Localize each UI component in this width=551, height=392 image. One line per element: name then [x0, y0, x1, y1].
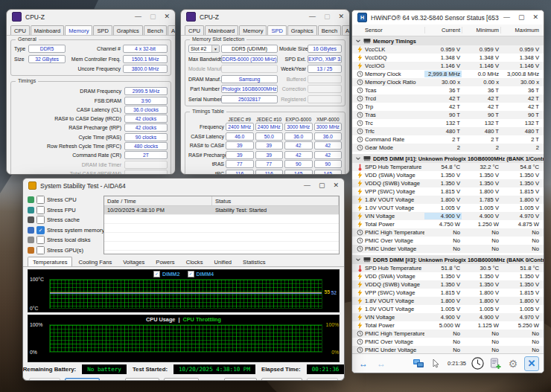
tab-cpu[interactable]: CPU: [10, 25, 30, 35]
tab-about[interactable]: About: [168, 25, 176, 35]
minimize-button[interactable]: —: [503, 14, 510, 21]
sensor-row-1-0v-vout-voltage[interactable]: 1.0V VOUT Voltage1.005 V1.005 V1.005 V: [352, 305, 544, 313]
col-minimum[interactable]: Minimum: [462, 27, 500, 33]
section-header[interactable]: DDR5 DIMM [#3]: Unknown Prologix 16GB600…: [352, 255, 544, 264]
tab-spd[interactable]: SPD: [93, 25, 112, 35]
sensor-row-pmic-high-temperature[interactable]: PMIC High TemperatureNoNoNo: [352, 330, 544, 338]
tab-graphics[interactable]: Graphics: [287, 25, 317, 35]
tab-bench[interactable]: Bench: [318, 25, 341, 35]
sensor-row-tras[interactable]: Tras90 T90 T90 T: [352, 111, 544, 119]
sensor-row-vddq-swb-voltage[interactable]: VDDQ (SWB) Voltage1.350 V1.350 V1.350 V: [352, 280, 544, 289]
stop-button[interactable]: Stop: [65, 378, 100, 382]
tab-about[interactable]: About: [342, 25, 350, 35]
maximize-button[interactable]: ▢: [319, 182, 325, 189]
stress-option-stress-cpu[interactable]: Stress CPU: [28, 196, 99, 204]
sensor-row-command-rate[interactable]: Command Rate2 T2 T2 T: [352, 135, 544, 144]
col-maximum[interactable]: Maximum: [500, 27, 541, 33]
legend-checkbox[interactable]: ✓: [153, 271, 160, 277]
sensor-row-vpp-swc-voltage[interactable]: VPP (SWC) Voltage1.815 V1.800 V1.815 V: [352, 187, 544, 196]
checkbox-stress-gpu-s[interactable]: [36, 246, 45, 254]
tab-memory[interactable]: Memory: [239, 25, 267, 35]
log-col-datetime[interactable]: Date / Time: [104, 196, 212, 205]
maximize-button[interactable]: ▢: [150, 13, 156, 20]
log-col-status[interactable]: Status: [212, 196, 339, 205]
tab-graphics[interactable]: Graphics: [113, 25, 143, 35]
dropdown-arrow-icon[interactable]: ▼: [211, 45, 219, 52]
sensor-row-spd-hub-temperature[interactable]: SPD Hub Temperature51.8 °C30.5 °C51.8 °C: [352, 264, 544, 272]
stress-option-stress-fpu[interactable]: Stress FPU: [28, 206, 99, 214]
tab-spd[interactable]: SPD: [267, 25, 286, 35]
sensor-row-vccddq[interactable]: VccDDQ1.348 V1.348 V1.348 V: [352, 54, 544, 62]
col-sensor[interactable]: Sensor: [365, 27, 424, 33]
stress-option-stress-local-disks[interactable]: Stress local disks: [28, 236, 99, 244]
sensor-row-pmic-under-voltage[interactable]: PMIC Under VoltageNoNoNo: [352, 346, 544, 353]
sensor-row-tcas[interactable]: Tcas36 T36 T36 T: [352, 86, 544, 94]
minimize-button[interactable]: —: [135, 13, 141, 20]
sensor-row-gear-mode[interactable]: Gear Mode222: [352, 144, 544, 152]
sensor-row-pmic-over-voltage[interactable]: PMIC Over VoltageNoNoNo: [352, 237, 544, 245]
tab-mainboard[interactable]: Mainboard: [31, 25, 64, 35]
legend-dimm4[interactable]: ✓DIMM4: [188, 271, 214, 277]
nav-arrows-dim-icon[interactable]: ↔: [375, 357, 388, 370]
remote-monitors-icon[interactable]: [412, 357, 425, 370]
close-button[interactable]: ✕: [338, 13, 344, 20]
sensor-row-memory-clock[interactable]: Memory Clock2,999.8 MHz0.0 MHz3,000.8 MH…: [352, 70, 544, 78]
tab-bench[interactable]: Bench: [144, 25, 167, 35]
sensor-row-vin-voltage[interactable]: VIN Voltage4.900 V4.900 V4.970 V: [352, 313, 544, 321]
checkbox-stress-system-memory[interactable]: ✓: [36, 226, 45, 234]
checkbox-stress-fpu[interactable]: [36, 206, 45, 214]
sensor-row-vddq-swb-voltage[interactable]: VDDQ (SWB) Voltage1.350 V1.350 V1.350 V: [352, 179, 544, 187]
sensor-row-trfc[interactable]: Trfc480 T480 T480 T: [352, 127, 544, 135]
clear-button[interactable]: Clear: [125, 378, 160, 382]
col-current[interactable]: Current: [424, 27, 462, 33]
legend-dimm2[interactable]: ✓DIMM2: [153, 271, 180, 277]
sensor-row-pmic-over-voltage[interactable]: PMIC Over VoltageNoNoNo: [352, 338, 544, 346]
log-row[interactable]: 10/20/2025 4:38:10 PMStability Test: Sta…: [104, 206, 339, 215]
sensor-row-spd-hub-temperature[interactable]: SPD Hub Temperature54.8 °C32.2 °C54.8 °C: [352, 163, 544, 171]
sensor-row-memory-clock-ratio[interactable]: Memory Clock Ratio30.00 x0.00 x30.00 x: [352, 78, 544, 86]
settings-gear-icon[interactable]: ⚙: [506, 357, 520, 370]
cpuid-button[interactable]: CPUID: [224, 378, 256, 382]
tab-cpu[interactable]: CPU: [185, 25, 204, 35]
sensor-row-vcciog[interactable]: VccIOG1.146 V1.146 V1.146 V: [352, 62, 544, 70]
sensor-row-trc[interactable]: Trc132 T132 T132 T: [352, 119, 544, 127]
sensor-row-pmic-under-voltage[interactable]: PMIC Under VoltageNoNoNo: [352, 245, 544, 253]
close-x-icon[interactable]: ✕: [524, 356, 539, 371]
sensor-row-vdd-swa-voltage[interactable]: VDD (SWA) Voltage1.350 V1.350 V1.350 V: [352, 272, 544, 280]
section-header[interactable]: Memory Timings: [352, 36, 544, 45]
minimize-button[interactable]: —: [309, 13, 316, 20]
sensor-row-total-power[interactable]: Total Power5.000 W1.125 W5.250 W: [352, 321, 544, 330]
legend-checkbox[interactable]: ✓: [188, 271, 194, 277]
save-button[interactable]: Save: [164, 378, 199, 382]
nav-arrows-icon[interactable]: ↔: [357, 357, 370, 370]
stress-option-stress-system-memory[interactable]: ✓Stress system memory: [28, 226, 99, 234]
sensor-row-vpp-swc-voltage[interactable]: VPP (SWC) Voltage1.815 V1.800 V1.815 V: [352, 289, 544, 297]
close-button[interactable]: ✕: [333, 182, 339, 189]
checkbox-stress-cache[interactable]: [36, 216, 45, 224]
sensor-row-vdd-swa-voltage[interactable]: VDD (SWA) Voltage1.350 V1.350 V1.350 V: [352, 171, 544, 179]
tab-cooling-fans[interactable]: Cooling Fans: [73, 257, 117, 266]
checkbox-stress-local-disks[interactable]: [36, 236, 45, 244]
maximize-button[interactable]: ▢: [324, 13, 331, 20]
close-button[interactable]: ✕: [532, 14, 538, 21]
sensor-row-pmic-high-temperature[interactable]: PMIC High TemperatureNoNoNo: [352, 228, 544, 237]
stress-option-stress-cache[interactable]: Stress cache: [28, 216, 99, 224]
checkbox-stress-cpu[interactable]: [36, 196, 45, 204]
stress-option-stress-gpu-s[interactable]: Stress GPU(s): [28, 246, 99, 254]
slot-select-dropdown[interactable]: Slot #2 ▼: [188, 45, 220, 53]
tab-powers[interactable]: Powers: [150, 257, 179, 266]
tab-memory[interactable]: Memory: [65, 25, 92, 35]
tab-mainboard[interactable]: Mainboard: [205, 25, 238, 35]
tab-unified[interactable]: Unified: [208, 257, 237, 266]
tab-statistics[interactable]: Statistics: [238, 257, 270, 266]
sensor-row-1-8v-vout-voltage[interactable]: 1.8V VOUT Voltage1.800 V1.800 V1.800 V: [352, 297, 544, 305]
sensor-row-1-0v-vout-voltage[interactable]: 1.0V VOUT Voltage1.005 V1.005 V1.005 V: [352, 204, 544, 212]
maximize-button[interactable]: ▢: [518, 14, 525, 21]
add-report-icon[interactable]: [488, 357, 502, 370]
sensor-row-trcd[interactable]: Trcd42 T42 T42 T: [352, 94, 544, 103]
preferences-button[interactable]: Preferences: [261, 378, 303, 382]
close-button[interactable]: ✕: [164, 13, 170, 20]
section-header[interactable]: DDR5 DIMM [#1]: Unknown Prologix 16GB600…: [352, 154, 544, 163]
minimize-button[interactable]: —: [304, 182, 310, 189]
sensor-row-vin-voltage[interactable]: VIN Voltage4.900 V4.900 V4.970 V: [352, 212, 544, 220]
